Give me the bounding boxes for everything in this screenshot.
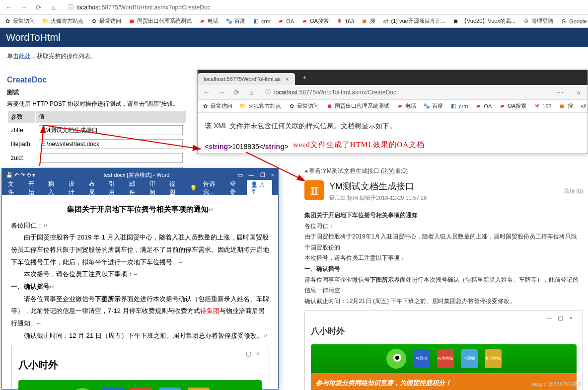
qat-redo-icon[interactable]: ↷ bbox=[20, 172, 25, 178]
bookmark-item[interactable]: GGoogle bbox=[560, 18, 587, 25]
tell-me-icon[interactable]: 💡 bbox=[190, 185, 197, 192]
share-button[interactable]: 👤 共享 bbox=[247, 180, 273, 197]
bookmarks-bar: ✿最常访问 📁火狐官方站点 ✿最常访问 ◼国贸出口代理系统测试 ▰电话 🐾百度 … bbox=[0, 15, 588, 28]
word-document-body: 集团关于开启地下车位摇号相关事项的通知↵ 各位同仁：↵ 由于国贸控股将于 201… bbox=[2, 195, 278, 390]
home-button[interactable]: ⌂ bbox=[49, 2, 59, 12]
ribbon-tab[interactable]: 邮件 bbox=[129, 180, 141, 197]
browser-nav-bar: ← → ⟳ ⌂ ⓘ localhost:58775/WordToHtml.asm… bbox=[0, 0, 588, 15]
ribbon-tab[interactable]: 插入 bbox=[48, 180, 60, 197]
address-bar-2[interactable]: ⓘ localhost:58775/WordToHtml.asmx/Create… bbox=[261, 86, 551, 98]
reload-button[interactable]: ⟳ bbox=[231, 87, 241, 97]
paragraph: 请各位同事至企业微信号下图所示界面处进行本次摇号确认（包括重新录入姓名、车牌等）… bbox=[11, 293, 269, 330]
close-icon[interactable]: × bbox=[569, 314, 579, 321]
forward-button[interactable]: → bbox=[217, 87, 226, 97]
bookmark-item[interactable]: ▰OA bbox=[277, 18, 294, 25]
globe-icon: ⊕ bbox=[522, 18, 529, 25]
back-button[interactable]: ← bbox=[202, 87, 212, 97]
bookmark-item[interactable]: ❋163 bbox=[336, 18, 354, 25]
new-tab-button[interactable]: + bbox=[299, 74, 311, 81]
back-button[interactable]: ← bbox=[4, 2, 14, 12]
login-link[interactable]: 登录 bbox=[230, 180, 241, 197]
more-icon[interactable]: » bbox=[574, 87, 584, 97]
ribbon-tab[interactable]: 布局 bbox=[89, 180, 100, 197]
maximize-icon[interactable]: ▢ bbox=[246, 350, 256, 357]
paragraph: 由于国贸控股将于2019年1月入驻国贸中心，随着入驻人员数量的上涨，届时国贸股份… bbox=[304, 232, 583, 253]
inner-heading: 八小时外 bbox=[311, 324, 577, 339]
bookmark-item[interactable]: ◼国贸出口代理系统测试 bbox=[326, 102, 389, 110]
bookmark-item[interactable]: ✿最常访问 bbox=[288, 102, 319, 110]
reload-button[interactable]: ⟳ bbox=[34, 2, 44, 12]
bookmark-item[interactable]: 🐾百度 bbox=[225, 17, 245, 25]
param-label: ztitle: bbox=[8, 124, 35, 137]
star-icon: ✿ bbox=[90, 18, 97, 25]
bin-icon: 可回收 bbox=[101, 388, 123, 390]
bookmark-item[interactable]: ▰电话 bbox=[199, 17, 219, 25]
bookmark-item[interactable]: ◼搜 bbox=[361, 17, 375, 25]
app-icon: ▰ bbox=[277, 18, 284, 25]
bookmark-item[interactable]: sf(1) vue开源项目库汇... bbox=[580, 102, 588, 110]
tell-me[interactable]: 告诉我... bbox=[203, 180, 224, 197]
filepath-input[interactable] bbox=[39, 139, 183, 149]
home-button[interactable]: ⌂ bbox=[246, 87, 256, 97]
menu-icon[interactable]: ⋯ bbox=[556, 87, 569, 97]
bookmark-item[interactable]: ◧crm bbox=[252, 18, 270, 25]
bookmark-item[interactable]: ✿最常访问 bbox=[90, 17, 121, 25]
paragraph: 各位同仁：↵ bbox=[11, 220, 269, 232]
bookmark-item[interactable]: ◼搜 bbox=[559, 102, 573, 110]
bookmark-item[interactable]: 📁火狐官方站点 bbox=[239, 102, 281, 110]
paragraph: 一、确认摇号↵ bbox=[11, 281, 269, 293]
maximize-icon[interactable]: ▢ bbox=[558, 314, 569, 321]
app-icon: ◧ bbox=[252, 18, 259, 25]
bookmark-item[interactable]: ▰OA搜索 bbox=[499, 102, 526, 110]
watermark: blog.c @51CTO博客 bbox=[532, 381, 582, 388]
maximize-icon[interactable]: — bbox=[249, 172, 254, 178]
qat-save-icon[interactable]: 💾 bbox=[6, 172, 13, 178]
bookmark-item[interactable]: ✿最常访问 bbox=[4, 17, 35, 25]
ztitle-input[interactable] bbox=[39, 125, 183, 135]
forward-button[interactable]: → bbox=[19, 2, 29, 12]
bin-icon: 其他垃圾 bbox=[188, 388, 210, 390]
bookmark-item[interactable]: ◼【Vue20】Vuex的高... bbox=[452, 17, 515, 25]
ribbon-tab[interactable]: 审阅 bbox=[149, 180, 161, 197]
word-window: 💾 ↶ ↷ ⟲ ▾ test.docx [兼容模式] - Word ▭ — ❐ … bbox=[1, 168, 279, 390]
paragraph: 请各位同事至企业微信号下图所示界面处进行本次摇号确认（包括重新录入姓名、车牌等）… bbox=[304, 275, 583, 296]
close-icon[interactable]: × bbox=[256, 350, 265, 357]
bin-icon: 其他垃圾 bbox=[485, 349, 502, 368]
ribbon-tab[interactable]: 视图 bbox=[169, 180, 181, 197]
bookmark-item[interactable]: ◧crm bbox=[450, 103, 468, 110]
oa-document-panel: ◂ 查看:YM测试文档生成接口 (浏览量:0) ▥ YM测试文档生成接口 最后由… bbox=[304, 165, 583, 390]
bookmark-item[interactable]: 🐾百度 bbox=[423, 102, 443, 110]
restore-icon[interactable]: ❐ bbox=[260, 172, 265, 178]
address-bar[interactable]: ⓘ localhost:58775/WordToHtml.asmx?op=Cre… bbox=[64, 1, 584, 13]
oa-meta: 最后由 杨闽 编辑于2018-12-20 10:57:26 bbox=[329, 194, 427, 202]
bookmark-item[interactable]: ▰OA搜索 bbox=[301, 17, 329, 25]
banner-image: 可回收 有害垃圾 可回收 其他垃圾 bbox=[311, 344, 577, 373]
bookmark-item[interactable]: ◼国贸出口代理系统测试 bbox=[128, 17, 192, 25]
close-tab-icon[interactable]: × bbox=[286, 76, 289, 82]
bookmark-item[interactable]: ▰电话 bbox=[396, 102, 416, 110]
bookmark-item[interactable]: 📁火狐官方站点 bbox=[42, 17, 83, 25]
close-icon[interactable]: × bbox=[271, 172, 274, 178]
oa-title: YM测试文档生成接口 bbox=[329, 180, 427, 192]
operations-link[interactable]: 此处 bbox=[19, 53, 31, 60]
minimize-icon[interactable]: — bbox=[235, 350, 246, 357]
bin-icon: 有害垃圾 bbox=[130, 388, 152, 390]
zuid-input[interactable] bbox=[39, 153, 183, 163]
qat-refresh-icon[interactable]: ⟲ bbox=[26, 172, 31, 178]
bookmark-item[interactable]: sf(1) vue开源项目库汇... bbox=[382, 17, 445, 25]
bookmark-item[interactable]: ⊕管理登陆 bbox=[522, 17, 553, 25]
ribbon-tab[interactable]: 引用 bbox=[109, 180, 120, 197]
ribbon-tab[interactable]: 开始 bbox=[28, 180, 40, 197]
ribbon-tab[interactable]: 文件 bbox=[8, 180, 19, 197]
bookmark-item[interactable]: ❋163 bbox=[533, 103, 551, 110]
paragraph: 本次摇号，请各位员工注意以下事项： bbox=[304, 253, 583, 264]
minimize-icon[interactable]: ▭ bbox=[238, 172, 243, 178]
bookmark-item[interactable]: ✿最常访问 bbox=[202, 102, 232, 110]
minimize-icon[interactable]: — bbox=[546, 314, 558, 321]
ribbon-tab[interactable]: 设计 bbox=[69, 180, 80, 197]
qat-undo-icon[interactable]: ↶ bbox=[14, 172, 19, 178]
site-info-icon: ⓘ bbox=[265, 88, 271, 96]
browser-tab[interactable]: localhost:58775/WordToHtml.as× bbox=[198, 73, 295, 85]
bookmark-item[interactable]: ▰OA bbox=[475, 103, 492, 110]
paragraph: 一、确认摇号 bbox=[304, 264, 583, 275]
